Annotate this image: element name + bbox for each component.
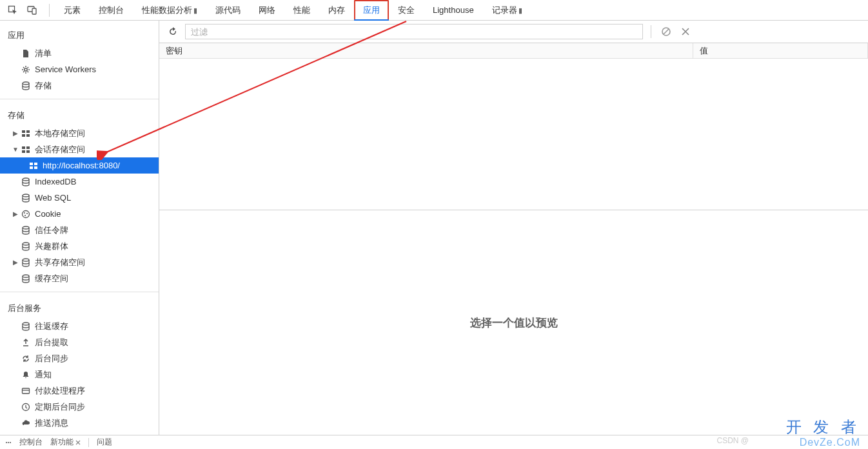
device-toggle-icon[interactable]	[25, 3, 40, 18]
svg-point-18	[23, 194, 29, 197]
grid-icon	[21, 128, 31, 139]
separator	[88, 438, 89, 447]
svg-point-20	[24, 212, 25, 214]
tab-性能数据分析[interactable]: 性能数据分析▮	[133, 0, 206, 21]
expand-icon[interactable]: ▶	[12, 259, 19, 266]
tree-item-label: 信任令牌	[35, 224, 68, 236]
svg-rect-10	[26, 146, 30, 149]
tab-内存[interactable]: 内存	[319, 0, 354, 21]
tree-item-label: 共享存储空间	[35, 257, 85, 268]
content-pane: 密钥 值 选择一个值以预览	[159, 21, 868, 435]
inspect-element-icon[interactable]	[5, 3, 21, 18]
tree-item-label: 通知	[35, 369, 52, 381]
sidebar-scroll[interactable]: 应用清单Service Workers存储存储▶本地存储空间▼会话存储空间htt…	[0, 21, 159, 435]
db-icon	[21, 225, 31, 235]
tab-元素[interactable]: 元素	[55, 0, 90, 21]
tree-item[interactable]: ▶Cookie	[0, 206, 159, 222]
svg-rect-14	[34, 163, 37, 165]
close-icon[interactable]	[678, 25, 693, 39]
svg-rect-28	[23, 388, 30, 394]
tree-item[interactable]: ▶共享存储空间	[0, 254, 159, 270]
expand-icon[interactable]: ▼	[12, 146, 19, 153]
db-icon	[21, 241, 31, 252]
db-icon	[21, 321, 31, 332]
tree-item-label: 定期后台同步	[35, 401, 85, 413]
tree-item[interactable]: 付款处理程序	[0, 383, 159, 399]
svg-rect-15	[30, 166, 33, 169]
tab-Lighthouse[interactable]: Lighthouse	[424, 0, 483, 21]
svg-point-17	[23, 178, 29, 181]
tree-item[interactable]: Service Workers	[0, 61, 159, 77]
tree-item[interactable]: 信任令牌	[0, 222, 159, 238]
refresh-icon[interactable]	[166, 25, 180, 39]
tree-item-label: 存储	[35, 80, 52, 92]
filter-input[interactable]	[185, 24, 643, 39]
gear-icon	[21, 65, 31, 75]
watermark-sub: DevZe.CoM	[800, 437, 860, 448]
svg-point-3	[25, 68, 27, 70]
tree-item[interactable]: IndexedDB	[0, 174, 159, 190]
section-title: 应用	[0, 25, 159, 45]
tab-控制台[interactable]: 控制台	[90, 0, 133, 21]
svg-point-34	[8, 442, 9, 443]
tree-item[interactable]: 往返缓存	[0, 318, 159, 334]
drawer-toggle-icon[interactable]	[5, 439, 12, 446]
svg-rect-8	[26, 134, 30, 137]
tab-网络[interactable]: 网络	[250, 0, 284, 21]
preview-empty: 选择一个值以预览	[159, 210, 868, 435]
svg-rect-9	[22, 146, 25, 149]
tree-item-label: 清单	[35, 48, 52, 59]
tab-应用[interactable]: 应用	[354, 0, 389, 21]
tree-item-label: Service Workers	[35, 65, 96, 74]
column-key[interactable]: 密钥	[159, 43, 693, 58]
grid-icon	[21, 145, 31, 155]
svg-rect-2	[32, 8, 36, 14]
filter-toolbar	[159, 21, 868, 43]
tab-安全[interactable]: 安全	[389, 0, 424, 21]
cookie-icon	[21, 209, 31, 219]
tree-item-label: http://localhost:8080/	[43, 161, 120, 170]
tree-item-label: 后台提取	[35, 337, 68, 348]
tree-item-label: 兴趣群体	[35, 241, 68, 252]
svg-rect-5	[22, 130, 25, 133]
upload-icon	[21, 337, 31, 348]
table-body[interactable]	[159, 59, 868, 210]
tree-item[interactable]: ▶本地存储空间	[0, 125, 159, 141]
tree-item[interactable]: 后台同步	[0, 350, 159, 366]
footer-console[interactable]: 控制台	[19, 437, 43, 448]
tab-源代码[interactable]: 源代码	[206, 0, 250, 21]
tree-item[interactable]: 缓存空间	[0, 270, 159, 286]
tree-item-label: Web SQL	[35, 193, 71, 203]
devtools-tabbar: 元素控制台性能数据分析▮源代码网络性能内存应用安全Lighthouse记录器▮	[0, 0, 868, 21]
tree-item-label: 付款处理程序	[35, 385, 85, 397]
tab-性能[interactable]: 性能	[284, 0, 319, 21]
db-icon	[21, 177, 31, 187]
clear-icon[interactable]	[659, 25, 673, 39]
tree-item[interactable]: http://localhost:8080/	[0, 157, 159, 174]
footer-issues[interactable]: 问题	[97, 437, 112, 448]
expand-icon[interactable]: ▶	[12, 130, 19, 137]
tab-记录器[interactable]: 记录器▮	[483, 0, 531, 21]
section-title: 存储	[0, 105, 159, 125]
column-value[interactable]: 值	[693, 43, 868, 58]
db-icon	[21, 81, 31, 91]
tree-item[interactable]: 兴趣群体	[0, 238, 159, 254]
footer-whatsnew[interactable]: 新功能	[50, 437, 81, 448]
tree-item[interactable]: 清单	[0, 45, 159, 61]
tree-item[interactable]: 后台提取	[0, 334, 159, 350]
tree-item[interactable]: 推送消息	[0, 415, 159, 431]
svg-point-24	[23, 243, 29, 245]
svg-point-22	[25, 215, 26, 216]
tree-item[interactable]: Web SQL	[0, 190, 159, 206]
db-icon	[21, 257, 31, 268]
expand-icon[interactable]: ▶	[12, 210, 19, 217]
watermark-main: 开 发 者	[786, 417, 860, 437]
tree-item-label: 后台同步	[35, 353, 68, 364]
svg-rect-16	[34, 166, 37, 169]
tree-item-label: 本地存储空间	[35, 128, 85, 139]
tree-item[interactable]: 定期后台同步	[0, 399, 159, 415]
tree-item[interactable]: 存储	[0, 77, 159, 94]
svg-point-19	[23, 210, 30, 217]
tree-item[interactable]: 通知	[0, 366, 159, 383]
tree-item[interactable]: ▼会话存储空间	[0, 141, 159, 157]
